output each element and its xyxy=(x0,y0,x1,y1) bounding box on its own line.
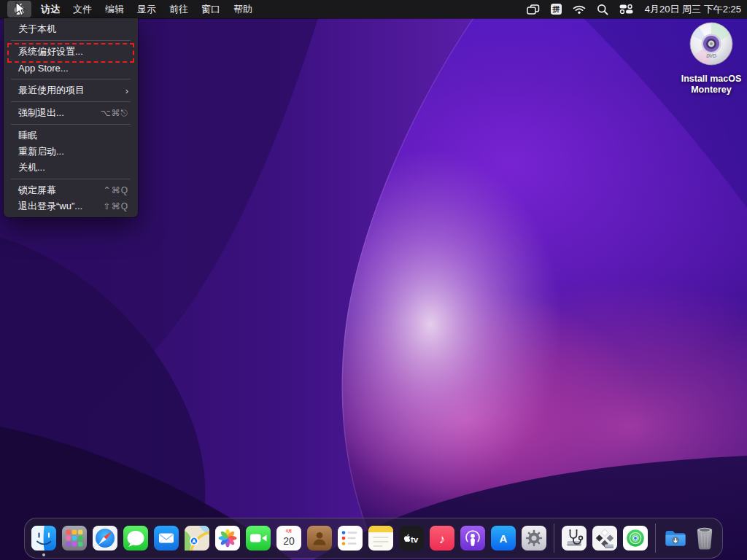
menu-item-label: 关机... xyxy=(18,161,45,174)
dock: 4月 20 xyxy=(24,518,723,559)
calendar-icon: 4月 20 xyxy=(276,526,301,551)
menubar-menu-help[interactable]: 帮助 xyxy=(227,0,259,18)
svg-text:♪: ♪ xyxy=(439,532,446,546)
menu-item-lock-screen[interactable]: 锁定屏幕 ⌃⌘Q xyxy=(4,182,138,198)
dock-item-finder[interactable] xyxy=(31,526,56,551)
dock-item-music[interactable]: ♪ xyxy=(430,526,454,551)
menu-item-recent-items[interactable]: 最近使用的项目 › xyxy=(4,82,138,98)
menu-item-force-quit[interactable]: 强制退出... ⌥⌘⎋ xyxy=(4,105,138,121)
find-my-icon xyxy=(623,526,648,551)
mouse-cursor xyxy=(15,1,27,18)
macos-desktop: 访达 文件 编辑 显示 前往 窗口 帮助 拼 xyxy=(0,0,747,560)
dock-item-photos[interactable] xyxy=(215,526,240,551)
menu-item-shut-down[interactable]: 关机... xyxy=(4,160,138,176)
photos-icon xyxy=(215,526,240,551)
search-icon[interactable] xyxy=(597,4,608,15)
menubar-menus: 访达 文件 编辑 显示 前往 窗口 帮助 xyxy=(7,0,259,18)
dock-item-system-preferences[interactable] xyxy=(522,526,546,551)
menu-item-label: 退出登录“wu”... xyxy=(18,200,82,213)
dock-item-maps[interactable] xyxy=(185,526,209,551)
menubar-menu-window[interactable]: 窗口 xyxy=(195,0,227,18)
menu-item-label: 锁定屏幕 xyxy=(18,184,56,197)
wifi-icon[interactable] xyxy=(573,4,586,15)
menubar-status-area: 拼 xyxy=(527,3,741,16)
menu-item-shortcut: ⇧⌘Q xyxy=(104,201,128,211)
menu-item-restart[interactable]: 重新启动... xyxy=(4,144,138,160)
menu-item-shortcut: ⌃⌘Q xyxy=(104,185,128,195)
safari-icon xyxy=(93,526,117,551)
maps-icon xyxy=(185,526,209,551)
dock-item-facetime[interactable] xyxy=(246,526,271,551)
menubar-menu-edit[interactable]: 编辑 xyxy=(98,0,131,18)
dock-item-notes[interactable] xyxy=(368,526,393,551)
messages-icon xyxy=(123,526,148,551)
menu-bar: 访达 文件 编辑 显示 前往 窗口 帮助 拼 xyxy=(0,0,747,18)
menu-item-label: 重新启动... xyxy=(18,145,64,158)
menu-item-label: 强制退出... xyxy=(18,106,64,120)
desktop-volume-install-macos[interactable]: DVD Install macOS Monterey xyxy=(668,21,747,96)
menu-separator xyxy=(11,124,131,125)
dock-separator xyxy=(554,524,554,553)
menu-item-app-store[interactable]: App Store... xyxy=(4,60,138,76)
facetime-icon xyxy=(246,526,271,551)
dock-item-tv[interactable]: tv xyxy=(399,526,424,551)
submenu-chevron-icon: › xyxy=(125,85,128,96)
pinyin-input-icon[interactable]: 拼 xyxy=(551,4,562,15)
dock-item-downloads[interactable] xyxy=(663,526,688,551)
svg-text:4月: 4月 xyxy=(286,529,293,534)
music-icon: ♪ xyxy=(430,526,454,551)
control-center-icon[interactable] xyxy=(619,4,633,14)
dock-separator xyxy=(655,524,656,553)
finder-icon xyxy=(31,526,56,551)
contacts-icon xyxy=(307,526,332,551)
menu-item-sleep[interactable]: 睡眠 xyxy=(4,128,138,144)
reminders-icon xyxy=(338,526,363,551)
notes-icon xyxy=(368,526,393,551)
boot-camp-icon xyxy=(592,526,617,551)
dock-item-mail[interactable] xyxy=(154,526,179,551)
menu-separator xyxy=(11,79,131,79)
stacked-windows-icon[interactable] xyxy=(527,4,540,15)
dock-item-trash[interactable] xyxy=(694,526,716,551)
dock-item-safari[interactable] xyxy=(93,526,117,551)
dock-item-reminders[interactable] xyxy=(338,526,363,551)
menubar-menu-file[interactable]: 文件 xyxy=(66,0,98,18)
volume-label: Install macOS Monterey xyxy=(668,74,747,96)
podcasts-icon xyxy=(460,526,485,551)
dock-item-find-my[interactable] xyxy=(623,526,648,551)
dock-item-messages[interactable] xyxy=(123,526,148,551)
dock-item-contacts[interactable] xyxy=(307,526,332,551)
menu-separator xyxy=(11,40,131,41)
apple-menu-dropdown: 关于本机 系统偏好设置... App Store... 最近使用的项目 › 强制… xyxy=(4,18,138,217)
menubar-menu-go[interactable]: 前往 xyxy=(163,0,195,18)
menubar-clock[interactable]: 4月20日 周三 下午2:25 xyxy=(645,3,741,16)
menu-item-about-this-mac[interactable]: 关于本机 xyxy=(4,21,138,37)
menu-item-label: 睡眠 xyxy=(18,129,37,142)
launchpad-icon xyxy=(62,526,87,551)
menubar-app-name[interactable]: 访达 xyxy=(34,0,66,18)
dock-item-boot-camp-assistant[interactable] xyxy=(592,526,617,551)
disk-utility-icon xyxy=(562,526,587,551)
menubar-menu-view[interactable]: 显示 xyxy=(131,0,163,18)
dock-item-calendar[interactable]: 4月 20 xyxy=(276,526,301,551)
menu-separator xyxy=(11,179,131,179)
dock-item-launchpad[interactable] xyxy=(62,526,87,551)
menu-item-system-preferences[interactable]: 系统偏好设置... xyxy=(4,44,138,60)
menu-item-label: 关于本机 xyxy=(18,23,56,36)
menu-item-label: 系统偏好设置... xyxy=(18,45,83,58)
svg-text:tv: tv xyxy=(411,535,419,544)
app-store-icon: A xyxy=(491,526,516,551)
dock-item-app-store[interactable]: A xyxy=(491,526,516,551)
dock-item-podcasts[interactable] xyxy=(460,526,485,551)
mail-icon xyxy=(154,526,179,551)
svg-text:20: 20 xyxy=(283,535,295,547)
svg-text:DVD: DVD xyxy=(706,53,716,58)
menu-item-label: App Store... xyxy=(18,63,69,74)
menu-item-log-out[interactable]: 退出登录“wu”... ⇧⌘Q xyxy=(4,198,138,214)
menu-item-shortcut: ⌥⌘⎋ xyxy=(101,108,128,118)
svg-text:A: A xyxy=(500,532,508,545)
menu-separator xyxy=(11,101,131,102)
dock-item-disk-utility[interactable] xyxy=(562,526,587,551)
dvd-disc-icon: DVD xyxy=(689,21,734,66)
trash-icon xyxy=(694,526,716,551)
